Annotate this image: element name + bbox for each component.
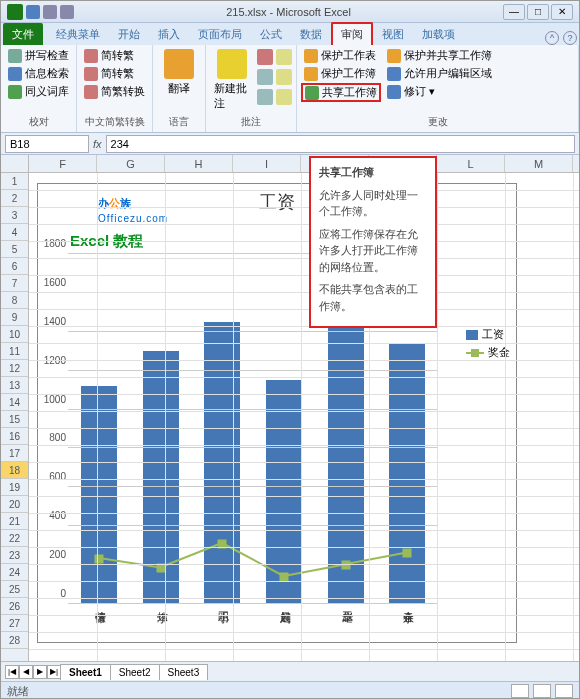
col-header[interactable]: H bbox=[165, 155, 233, 172]
tab-data[interactable]: 数据 bbox=[291, 23, 331, 45]
help-icon[interactable]: ? bbox=[563, 31, 577, 45]
cells-area[interactable]: 办公族 Officezu.com 工资 Excel 教程 02004006008… bbox=[29, 173, 579, 661]
protect-workbook-button[interactable]: 保护工作簿 bbox=[301, 65, 381, 82]
tab-insert[interactable]: 插入 bbox=[149, 23, 189, 45]
row-header[interactable]: 4 bbox=[1, 224, 28, 241]
row-header[interactable]: 1 bbox=[1, 173, 28, 190]
embedded-chart[interactable]: 办公族 Officezu.com 工资 Excel 教程 02004006008… bbox=[37, 183, 517, 643]
show-all-icon[interactable] bbox=[276, 69, 292, 85]
tab-review[interactable]: 审阅 bbox=[331, 22, 373, 45]
sheet-tab[interactable]: Sheet1 bbox=[60, 664, 111, 680]
translate-button[interactable]: 翻译 bbox=[157, 47, 201, 114]
legend-swatch-line bbox=[466, 352, 484, 354]
page-layout-button[interactable] bbox=[533, 684, 551, 698]
formula-bar-row: B18 fx 234 bbox=[1, 133, 579, 155]
window-controls: — □ ✕ bbox=[503, 4, 573, 20]
close-button[interactable]: ✕ bbox=[551, 4, 573, 20]
fx-icon[interactable]: fx bbox=[93, 138, 102, 150]
excel-icon[interactable] bbox=[7, 4, 23, 20]
col-header[interactable]: L bbox=[437, 155, 505, 172]
sheet-tab[interactable]: Sheet3 bbox=[159, 664, 209, 680]
research-button[interactable]: 信息检索 bbox=[5, 65, 72, 82]
minimize-ribbon-icon[interactable]: ^ bbox=[545, 31, 559, 45]
row-header[interactable]: 10 bbox=[1, 326, 28, 343]
name-box[interactable]: B18 bbox=[5, 135, 89, 153]
row-headers: 1234567891011121314151617181920212223242… bbox=[1, 173, 29, 661]
tab-addins[interactable]: 加载项 bbox=[413, 23, 464, 45]
minimize-button[interactable]: — bbox=[503, 4, 525, 20]
row-header[interactable]: 21 bbox=[1, 513, 28, 530]
row-header[interactable]: 24 bbox=[1, 564, 28, 581]
row-header[interactable]: 25 bbox=[1, 581, 28, 598]
row-header[interactable]: 28 bbox=[1, 632, 28, 649]
row-header[interactable]: 8 bbox=[1, 292, 28, 309]
next-sheet-button[interactable]: ▶ bbox=[33, 665, 47, 679]
simplified-button[interactable]: 简转繁 bbox=[81, 47, 148, 64]
spellcheck-button[interactable]: 拼写检查 bbox=[5, 47, 72, 64]
row-header[interactable]: 7 bbox=[1, 275, 28, 292]
row-header[interactable]: 14 bbox=[1, 394, 28, 411]
col-header[interactable]: M bbox=[505, 155, 573, 172]
convert-button[interactable]: 简繁转换 bbox=[81, 83, 148, 100]
traditional-button[interactable]: 简转繁 bbox=[81, 65, 148, 82]
select-all-corner[interactable] bbox=[1, 155, 29, 172]
thesaurus-button[interactable]: 同义词库 bbox=[5, 83, 72, 100]
row-header[interactable]: 9 bbox=[1, 309, 28, 326]
col-header[interactable]: F bbox=[29, 155, 97, 172]
line-point bbox=[341, 561, 350, 570]
formula-bar[interactable]: 234 bbox=[106, 135, 575, 153]
last-sheet-button[interactable]: ▶| bbox=[47, 665, 61, 679]
row-header[interactable]: 2 bbox=[1, 190, 28, 207]
first-sheet-button[interactable]: |◀ bbox=[5, 665, 19, 679]
row-header[interactable]: 22 bbox=[1, 530, 28, 547]
title-bar: 215.xlsx - Microsoft Excel — □ ✕ bbox=[1, 1, 579, 23]
group-language: 翻译 语言 bbox=[153, 45, 206, 132]
row-header[interactable]: 11 bbox=[1, 343, 28, 360]
tab-view[interactable]: 视图 bbox=[373, 23, 413, 45]
page-break-button[interactable] bbox=[555, 684, 573, 698]
show-ink-icon[interactable] bbox=[276, 89, 292, 105]
group-changes: 保护工作表 保护工作簿 共享工作簿 保护并共享工作簿 允许用户编辑区域 修订 ▾… bbox=[297, 45, 579, 132]
show-comment-icon[interactable] bbox=[276, 49, 292, 65]
row-header[interactable]: 26 bbox=[1, 598, 28, 615]
tab-home[interactable]: 开始 bbox=[109, 23, 149, 45]
col-header[interactable]: I bbox=[233, 155, 301, 172]
delete-comment-icon[interactable] bbox=[257, 49, 273, 65]
sheet-tab[interactable]: Sheet2 bbox=[110, 664, 160, 680]
save-icon[interactable] bbox=[26, 5, 40, 19]
next-comment-icon[interactable] bbox=[257, 89, 273, 105]
new-comment-button[interactable]: 新建批注 bbox=[210, 47, 254, 114]
maximize-button[interactable]: □ bbox=[527, 4, 549, 20]
track-changes-button[interactable]: 修订 ▾ bbox=[384, 83, 495, 100]
row-header[interactable]: 3 bbox=[1, 207, 28, 224]
normal-view-button[interactable] bbox=[511, 684, 529, 698]
prev-comment-icon[interactable] bbox=[257, 69, 273, 85]
quick-access-toolbar bbox=[7, 4, 74, 20]
ribbon: 拼写检查 信息检索 同义词库 校对 简转繁 简转繁 简繁转换 中文简繁转换 翻译… bbox=[1, 45, 579, 133]
row-header[interactable]: 12 bbox=[1, 360, 28, 377]
row-header[interactable]: 17 bbox=[1, 445, 28, 462]
row-header[interactable]: 5 bbox=[1, 241, 28, 258]
protect-sheet-button[interactable]: 保护工作表 bbox=[301, 47, 381, 64]
tab-file[interactable]: 文件 bbox=[3, 23, 43, 45]
row-header[interactable]: 18 bbox=[1, 462, 28, 479]
row-header[interactable]: 16 bbox=[1, 428, 28, 445]
tab-formulas[interactable]: 公式 bbox=[251, 23, 291, 45]
tab-layout[interactable]: 页面布局 bbox=[189, 23, 251, 45]
undo-icon[interactable] bbox=[43, 5, 57, 19]
col-header[interactable]: G bbox=[97, 155, 165, 172]
share-workbook-button[interactable]: 共享工作簿 bbox=[301, 83, 381, 102]
prev-sheet-button[interactable]: ◀ bbox=[19, 665, 33, 679]
protect-share-button[interactable]: 保护并共享工作簿 bbox=[384, 47, 495, 64]
allow-edit-button[interactable]: 允许用户编辑区域 bbox=[384, 65, 495, 82]
row-header[interactable]: 23 bbox=[1, 547, 28, 564]
redo-icon[interactable] bbox=[60, 5, 74, 19]
row-header[interactable]: 13 bbox=[1, 377, 28, 394]
tab-classic[interactable]: 经典菜单 bbox=[47, 23, 109, 45]
row-header[interactable]: 6 bbox=[1, 258, 28, 275]
row-header[interactable]: 20 bbox=[1, 496, 28, 513]
row-header[interactable]: 27 bbox=[1, 615, 28, 632]
row-header[interactable]: 15 bbox=[1, 411, 28, 428]
row-header[interactable]: 19 bbox=[1, 479, 28, 496]
group-label: 校对 bbox=[5, 114, 72, 130]
